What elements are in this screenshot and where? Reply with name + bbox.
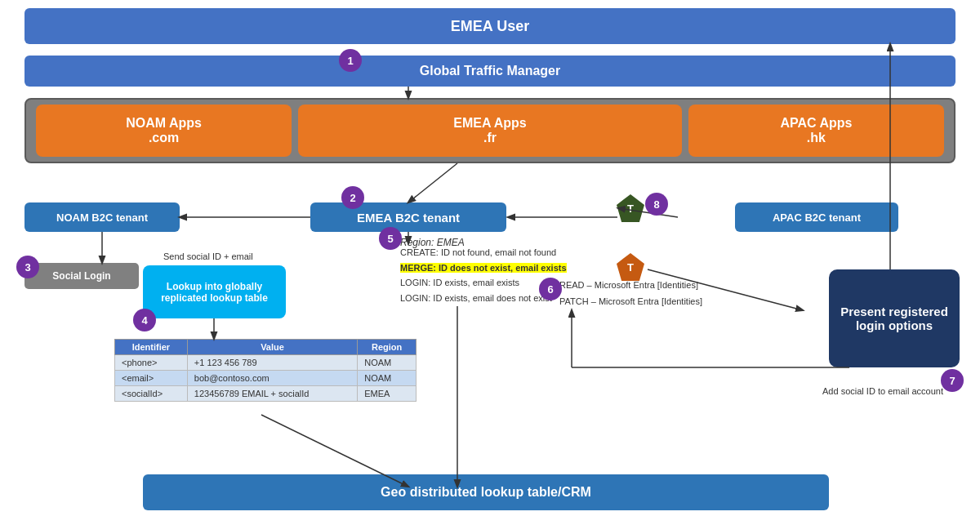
step6-text: READ – Microsoft Entra [Identities] PATC… <box>559 278 747 310</box>
emea-apps-label: EMEA Apps.fr <box>453 116 526 145</box>
gtm-box: Global Traffic Manager <box>24 56 956 87</box>
col-identifier: Identifier <box>115 340 188 355</box>
cell-region-1: NOAM <box>358 355 416 371</box>
col-value: Value <box>187 340 357 355</box>
circle-6: 6 <box>539 278 562 300</box>
step5-create: CREATE: ID not found, email not found <box>400 245 567 260</box>
emea-b2c-box: EMEA B2C tenant <box>310 202 506 232</box>
social-login-box: Social Login <box>24 263 139 289</box>
circle-4: 4 <box>133 309 156 331</box>
step6-read: READ – Microsoft Entra [Identities] <box>559 278 747 294</box>
pentagon-orange-bottom: T <box>617 253 644 281</box>
circle-1: 1 <box>339 49 362 72</box>
apac-apps-label: APAC Apps.hk <box>780 116 852 145</box>
circle-7: 7 <box>941 369 964 392</box>
emea-user-box: EMEA User <box>24 8 956 44</box>
diagram: EMEA User Global Traffic Manager 1 NOAM … <box>0 0 980 525</box>
cell-value-3: 123456789 EMAIL + socialId <box>187 386 357 402</box>
noam-b2c-label: NOAM B2C tenant <box>56 211 148 224</box>
present-box: Present registered login options <box>829 269 960 367</box>
gtm-label: Global Traffic Manager <box>420 64 560 78</box>
noam-b2c-box: NOAM B2C tenant <box>24 202 180 232</box>
col-region: Region <box>358 340 416 355</box>
cell-identifier-2: <email> <box>115 371 188 386</box>
apps-container: NOAM Apps.com EMEA Apps.fr APAC Apps.hk <box>24 98 956 163</box>
lookup-table: Identifier Value Region <phone> +1 123 4… <box>114 339 416 402</box>
noam-apps-label: NOAM Apps.com <box>126 116 202 145</box>
step5-merge-text: MERGE: ID does not exist, email exists <box>400 263 567 273</box>
circle-3: 3 <box>16 256 39 278</box>
send-social-label: Send social ID + email <box>163 251 253 261</box>
circle-2: 2 <box>341 186 364 209</box>
cell-region-2: NOAM <box>358 371 416 386</box>
noam-apps-box: NOAM Apps.com <box>36 105 292 157</box>
step5-merge: MERGE: ID does not exist, email exists <box>400 260 567 276</box>
lookup-cyan-label: Lookup into globally replicated lookup t… <box>147 281 282 304</box>
cell-region-3: EMEA <box>358 386 416 402</box>
geo-label: Geo distributed lookup table/CRM <box>381 485 591 500</box>
pentagon-green-top: T <box>617 194 644 222</box>
apac-b2c-label: APAC B2C tenant <box>773 211 861 224</box>
cell-identifier-1: <phone> <box>115 355 188 371</box>
table-row: <email> bob@contoso.com NOAM <box>115 371 416 386</box>
cell-value-1: +1 123 456 789 <box>187 355 357 371</box>
cell-value-2: bob@contoso.com <box>187 371 357 386</box>
table-row: <phone> +1 123 456 789 NOAM <box>115 355 416 371</box>
apac-b2c-box: APAC B2C tenant <box>735 202 898 232</box>
cell-identifier-3: <socialId> <box>115 386 188 402</box>
emea-user-label: EMEA User <box>451 18 529 35</box>
present-label: Present registered login options <box>837 305 951 332</box>
table-row: <socialId> 123456789 EMAIL + socialId EM… <box>115 386 416 402</box>
apac-apps-box: APAC Apps.hk <box>688 105 944 157</box>
geo-box: Geo distributed lookup table/CRM <box>143 474 829 510</box>
add-social-label: Add social ID to email account <box>822 386 943 396</box>
step6-patch: PATCH – Microsoft Entra [Identities] <box>559 294 747 310</box>
social-login-label: Social Login <box>52 270 110 282</box>
svg-line-1 <box>408 163 457 202</box>
circle-8: 8 <box>645 193 668 216</box>
emea-apps-box: EMEA Apps.fr <box>298 105 682 157</box>
emea-b2c-label: EMEA B2C tenant <box>357 211 460 225</box>
circle-5: 5 <box>379 227 402 250</box>
lookup-cyan-box: Lookup into globally replicated lookup t… <box>143 265 286 318</box>
